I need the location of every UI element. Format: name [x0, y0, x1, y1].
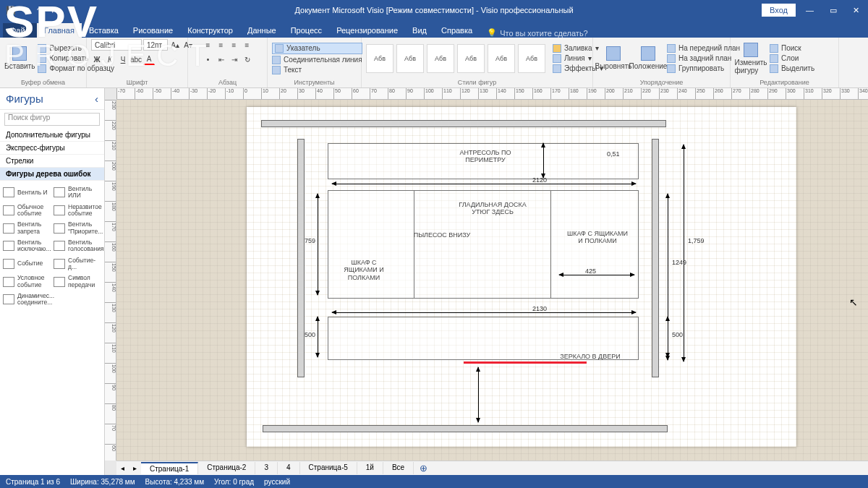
- change-shape-button[interactable]: Изменить фигуру: [735, 40, 767, 77]
- connector-tool[interactable]: Соединительная линия: [272, 56, 362, 64]
- shapes-category[interactable]: Стрелки: [0, 155, 104, 168]
- tab-nav-prev-icon[interactable]: ◂: [116, 464, 129, 472]
- shapes-category[interactable]: Экспресс-фигуры: [0, 142, 104, 155]
- window-title: Документ Microsoft Visio [Режим совмести…: [0, 6, 868, 14]
- shapes-category[interactable]: Фигуры дерева ошибок: [0, 168, 104, 181]
- canvas[interactable]: АНТРЕСОЛЬ ПО ПЕРИМЕТРУ ГЛАДИЛЬНАЯ ДОСКА …: [116, 100, 868, 461]
- tab-2[interactable]: Рисование: [126, 23, 180, 38]
- tab-6[interactable]: Рецензирование: [329, 23, 405, 38]
- style-item[interactable]: Абв: [396, 44, 424, 73]
- stencil-shape[interactable]: Вентиль голосования: [52, 237, 103, 255]
- tab-4[interactable]: Данные: [240, 23, 284, 38]
- indent-dec-icon[interactable]: ⇤: [216, 53, 227, 65]
- stencil-shape[interactable]: Вентиль "Приорите...: [52, 219, 103, 237]
- rotate-text-icon[interactable]: ↻: [242, 53, 253, 65]
- minimize-icon[interactable]: —: [800, 6, 820, 14]
- stencil-shape[interactable]: Вентиль ИЛИ: [52, 184, 103, 202]
- stencil-shape[interactable]: Динамичес... соедините...: [1, 291, 52, 309]
- tab-file[interactable]: Файл: [3, 23, 37, 38]
- position-button[interactable]: Положение: [632, 40, 664, 77]
- close-icon[interactable]: ✕: [847, 6, 865, 15]
- stencil-shape[interactable]: Символ передачи: [52, 273, 103, 291]
- italic-button[interactable]: К: [104, 53, 116, 65]
- tab-5[interactable]: Процесс: [284, 23, 329, 38]
- dim-051: 0,51: [607, 150, 620, 158]
- page-tab[interactable]: Страница-5: [300, 462, 357, 474]
- style-gallery[interactable]: АбвАбвАбвАбвАбвАбв: [366, 44, 545, 73]
- group-font: Calibri 12пт A▴ A▾ Ж К Ч abc A Шрифт: [87, 38, 188, 87]
- indent-inc-icon[interactable]: ⇥: [229, 53, 240, 65]
- style-item[interactable]: Абв: [366, 44, 393, 73]
- align-button[interactable]: Выровнять: [597, 40, 629, 77]
- group-label: Стили фигур: [366, 77, 588, 86]
- style-item[interactable]: Абв: [518, 44, 545, 73]
- font-family-select[interactable]: Calibri: [91, 39, 142, 51]
- group-arrange: Выровнять Положение На передний план На …: [593, 38, 731, 87]
- layers-button[interactable]: Слои: [770, 54, 814, 63]
- drawing-page[interactable]: АНТРЕСОЛЬ ПО ПЕРИМЕТРУ ГЛАДИЛЬНАЯ ДОСКА …: [247, 107, 796, 447]
- strike-button[interactable]: abc: [130, 53, 142, 65]
- stencil-shape[interactable]: [52, 291, 103, 309]
- tab-3[interactable]: Конструктор: [180, 23, 240, 38]
- paste-button[interactable]: Вставить: [4, 40, 35, 77]
- justify-icon[interactable]: ≡: [242, 39, 253, 51]
- font-size-select[interactable]: 12пт: [143, 39, 168, 51]
- page-tab[interactable]: Страница-2: [198, 462, 255, 474]
- find-button[interactable]: Поиск: [770, 44, 814, 53]
- stencil-shape[interactable]: Обычное событие: [1, 202, 52, 220]
- align-left-icon[interactable]: ≡: [203, 39, 214, 51]
- stencil-shape[interactable]: Событие-д...: [52, 255, 103, 273]
- stencil-shape[interactable]: Вентиль И: [1, 184, 52, 202]
- maximize-icon[interactable]: ▭: [824, 6, 843, 15]
- shapes-search[interactable]: Поиск фигур: [4, 113, 100, 126]
- qat-more-icon[interactable]: ▾: [51, 6, 55, 15]
- tell-me[interactable]: 💡 Что вы хотите сделать?: [487, 28, 588, 38]
- shapes-category[interactable]: Дополнительные фигуры: [0, 129, 104, 142]
- stencil-shape[interactable]: Неразвитое событие: [52, 202, 103, 220]
- stencil-shape[interactable]: Событие: [1, 255, 52, 273]
- group-button[interactable]: Группировать: [667, 64, 740, 73]
- add-page-button[interactable]: ⊕: [414, 463, 433, 474]
- collapse-icon[interactable]: ‹: [95, 93, 98, 105]
- page-tab[interactable]: Страница-1: [141, 462, 198, 474]
- tab-0[interactable]: Главная: [37, 23, 82, 38]
- tab-1[interactable]: Вставка: [82, 23, 126, 38]
- page-tab[interactable]: 3: [255, 462, 278, 474]
- title-bar: 💾 ↶ ↷ ▾ Документ Microsoft Visio [Режим …: [0, 0, 868, 20]
- tab-8[interactable]: Справка: [434, 23, 480, 38]
- tab-nav-next-icon[interactable]: ▸: [129, 464, 141, 472]
- page-tab[interactable]: 4: [278, 462, 300, 474]
- font-color-button[interactable]: A: [143, 53, 155, 65]
- bullets-icon[interactable]: •: [203, 53, 214, 65]
- redo-icon[interactable]: ↷: [37, 6, 43, 15]
- page-tab[interactable]: 1й: [357, 462, 383, 474]
- select-button[interactable]: Выделить: [770, 64, 814, 73]
- dim-500b: 500: [672, 331, 683, 338]
- page-tab[interactable]: Все: [383, 462, 414, 474]
- label-mirror: ЗЕРКАЛО В ДВЕРИ: [550, 353, 630, 360]
- bring-front-button[interactable]: На передний план: [667, 44, 740, 53]
- style-item[interactable]: Абв: [457, 44, 485, 73]
- group-label: Упорядочение: [597, 77, 726, 86]
- stencil-shape[interactable]: Вентиль запрета: [1, 219, 52, 237]
- send-back-button[interactable]: На задний план: [667, 54, 740, 63]
- align-center-icon[interactable]: ≡: [216, 39, 227, 51]
- login-button[interactable]: Вход: [762, 4, 796, 17]
- group-label: Шрифт: [91, 77, 183, 86]
- align-right-icon[interactable]: ≡: [229, 39, 240, 51]
- underline-button[interactable]: Ч: [117, 53, 129, 65]
- undo-icon[interactable]: ↶: [23, 6, 30, 15]
- text-tool[interactable]: Текст: [272, 66, 362, 74]
- stencil-shape[interactable]: Вентиль исключаю...: [1, 237, 52, 255]
- pointer-tool[interactable]: Указатель: [272, 43, 362, 54]
- status-lang: русский: [264, 478, 290, 486]
- grow-font-icon[interactable]: A▴: [169, 39, 181, 51]
- tab-7[interactable]: Вид: [405, 23, 434, 38]
- tell-me-label: Что вы хотите сделать?: [500, 29, 588, 38]
- save-icon[interactable]: 💾: [6, 6, 16, 15]
- paste-label: Вставить: [4, 62, 35, 70]
- bold-button[interactable]: Ж: [91, 53, 103, 65]
- style-item[interactable]: Абв: [488, 44, 515, 73]
- stencil-shape[interactable]: Условное событие: [1, 273, 52, 291]
- style-item[interactable]: Абв: [427, 44, 454, 73]
